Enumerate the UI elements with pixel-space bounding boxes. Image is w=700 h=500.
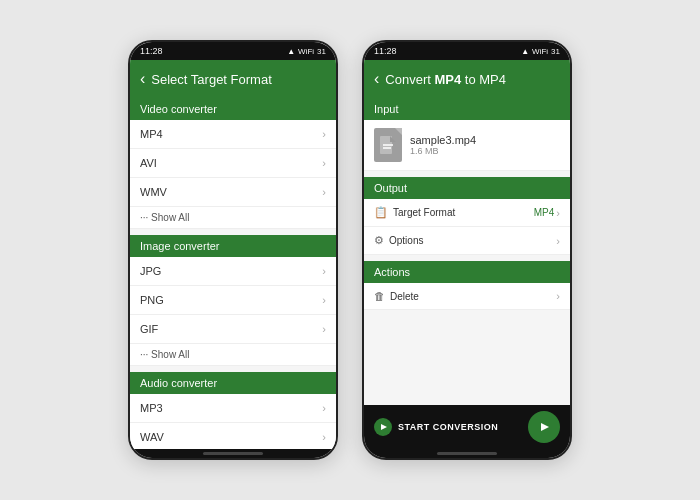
- options-icon: ⚙: [374, 234, 384, 247]
- left-phone: 11:28 ▲ WiFi 31 ‹ Select Target Format V…: [128, 40, 338, 460]
- mp4-label: MP4: [140, 128, 163, 140]
- mp3-chevron: ›: [322, 402, 326, 414]
- delete-chevron: ›: [556, 290, 560, 302]
- right-phone: 11:28 ▲ WiFi 31 ‹ Convert MP4 to MP4 Inp…: [362, 40, 572, 460]
- left-screen-content: Video converter MP4 › AVI › WMV › ··· Sh…: [130, 98, 336, 449]
- output-target-format-row[interactable]: 📋 Target Format MP4 ›: [364, 199, 570, 227]
- bottom-bar: START CONVERSION: [364, 405, 570, 449]
- delete-action-row[interactable]: 🗑 Delete ›: [364, 283, 570, 310]
- file-info: sample3.mp4 1.6 MB: [410, 134, 476, 156]
- section-header-output: Output: [364, 177, 570, 199]
- mp4-chevron: ›: [322, 128, 326, 140]
- gif-chevron: ›: [322, 323, 326, 335]
- right-home-indicator: [364, 449, 570, 458]
- png-label: PNG: [140, 294, 164, 306]
- list-item-png[interactable]: PNG ›: [130, 286, 336, 315]
- play-icon-small: [374, 418, 392, 436]
- list-item-avi[interactable]: AVI ›: [130, 149, 336, 178]
- jpg-chevron: ›: [322, 265, 326, 277]
- target-format-value: MP4 ›: [534, 207, 560, 219]
- right-battery-icon: 31: [551, 47, 560, 56]
- list-item-wav[interactable]: WAV ›: [130, 423, 336, 449]
- options-row[interactable]: ⚙ Options ›: [364, 227, 570, 255]
- play-triangle-small: [381, 424, 387, 430]
- list-item-gif[interactable]: GIF ›: [130, 315, 336, 344]
- play-button-big[interactable]: [528, 411, 560, 443]
- right-status-bar: 11:28 ▲ WiFi 31: [364, 42, 570, 60]
- list-item-mp4[interactable]: MP4 ›: [130, 120, 336, 149]
- svg-marker-1: [390, 136, 396, 142]
- wav-label: WAV: [140, 431, 164, 443]
- section-header-audio: Audio converter: [130, 372, 336, 394]
- signal-icon: ▲: [287, 47, 295, 56]
- play-triangle-big: [541, 423, 549, 431]
- list-item-jpg[interactable]: JPG ›: [130, 257, 336, 286]
- wmv-chevron: ›: [322, 186, 326, 198]
- right-signal-icon: ▲: [521, 47, 529, 56]
- start-conversion-button[interactable]: START CONVERSION: [374, 418, 498, 436]
- right-screen-content: Input sample3.mp4 1.6 MB Output: [364, 98, 570, 405]
- section-header-actions: Actions: [364, 261, 570, 283]
- battery-icon: 31: [317, 47, 326, 56]
- right-status-icons: ▲ WiFi 31: [521, 47, 560, 56]
- section-header-image: Image converter: [130, 235, 336, 257]
- delete-left: 🗑 Delete: [374, 290, 419, 302]
- section-header-video: Video converter: [130, 98, 336, 120]
- right-time: 11:28: [374, 46, 397, 56]
- format-icon: 📋: [374, 206, 388, 219]
- list-item-wmv[interactable]: WMV ›: [130, 178, 336, 207]
- target-format-chevron: ›: [556, 207, 560, 219]
- start-label: START CONVERSION: [398, 422, 498, 432]
- delete-icon: 🗑: [374, 290, 385, 302]
- left-header: ‹ Select Target Format: [130, 60, 336, 98]
- file-icon: [374, 128, 402, 162]
- right-back-button[interactable]: ‹: [374, 70, 379, 88]
- left-status-bar: 11:28 ▲ WiFi 31: [130, 42, 336, 60]
- image-show-all[interactable]: ··· Show All: [130, 344, 336, 366]
- gif-label: GIF: [140, 323, 158, 335]
- options-left: ⚙ Options: [374, 234, 423, 247]
- right-home-bar: [437, 452, 497, 455]
- video-show-all[interactable]: ··· Show All: [130, 207, 336, 229]
- png-chevron: ›: [322, 294, 326, 306]
- right-wifi-icon: WiFi: [532, 47, 548, 56]
- right-header-title: Convert MP4 to MP4: [385, 72, 506, 87]
- right-header: ‹ Convert MP4 to MP4: [364, 60, 570, 98]
- wmv-label: WMV: [140, 186, 167, 198]
- target-format-label: Target Format: [393, 207, 455, 218]
- left-back-button[interactable]: ‹: [140, 70, 145, 88]
- options-label: Options: [389, 235, 423, 246]
- options-chevron: ›: [556, 235, 560, 247]
- file-name: sample3.mp4: [410, 134, 476, 146]
- delete-label: Delete: [390, 291, 419, 302]
- avi-label: AVI: [140, 157, 157, 169]
- jpg-label: JPG: [140, 265, 161, 277]
- left-time: 11:28: [140, 46, 163, 56]
- file-size: 1.6 MB: [410, 146, 476, 156]
- target-format-left: 📋 Target Format: [374, 206, 455, 219]
- mp3-label: MP3: [140, 402, 163, 414]
- section-header-input: Input: [364, 98, 570, 120]
- left-home-bar: [203, 452, 263, 455]
- wav-chevron: ›: [322, 431, 326, 443]
- wifi-icon: WiFi: [298, 47, 314, 56]
- left-home-indicator: [130, 449, 336, 458]
- left-status-icons: ▲ WiFi 31: [287, 47, 326, 56]
- file-item: sample3.mp4 1.6 MB: [364, 120, 570, 171]
- avi-chevron: ›: [322, 157, 326, 169]
- left-header-title: Select Target Format: [151, 72, 271, 87]
- list-item-mp3[interactable]: MP3 ›: [130, 394, 336, 423]
